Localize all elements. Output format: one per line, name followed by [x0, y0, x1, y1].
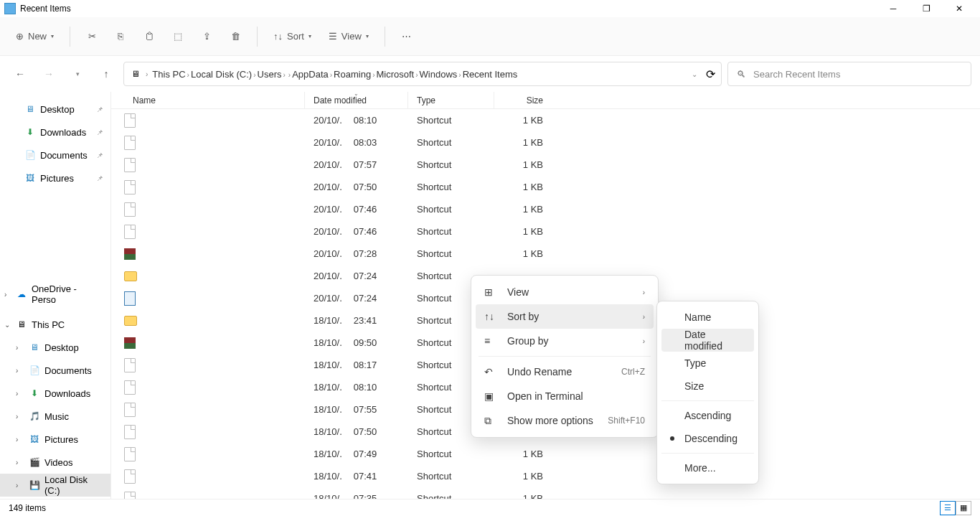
chevron-right-icon[interactable]: › — [372, 71, 374, 79]
back-button[interactable]: ← — [9, 62, 32, 85]
pin-icon[interactable]: 📌︎ — [96, 128, 103, 136]
close-button[interactable]: ✕ — [943, 0, 976, 17]
sort-icon: ↑↓ — [273, 31, 283, 42]
column-name[interactable]: Name — [111, 92, 305, 108]
recent-dropdown[interactable]: ▾ — [66, 62, 89, 85]
chevron-right-icon[interactable]: › — [16, 459, 18, 466]
more-button[interactable]: ⋯ — [394, 25, 420, 48]
minimize-button[interactable]: ─ — [877, 0, 910, 17]
sidebar-item-pictures[interactable]: ›🖼Pictures — [0, 428, 110, 451]
file-row[interactable]: 18/10/.07:35Shortcut1 KB — [111, 487, 980, 499]
chevron-right-icon: › — [643, 337, 645, 345]
chevron-right-icon[interactable]: › — [16, 436, 18, 444]
breadcrumb-segment[interactable]: Local Disk (C:) — [191, 69, 252, 80]
sidebar-item-music[interactable]: ›🎵Music — [0, 405, 110, 428]
chevron-right-icon[interactable]: › — [253, 71, 255, 79]
menu-item-undo-rename[interactable]: ↶Undo RenameCtrl+Z — [476, 360, 654, 384]
file-row[interactable]: 20/10/.07:28Shortcut1 KB — [111, 243, 980, 265]
breadcrumb-segment[interactable]: Roaming — [334, 69, 371, 80]
sidebar-item-desktop[interactable]: ›🖥︎Desktop — [0, 336, 110, 359]
chevron-right-icon[interactable]: › — [330, 71, 332, 79]
maximize-button[interactable]: ❐ — [910, 0, 943, 17]
chevron-right-icon[interactable]: › — [16, 344, 18, 352]
navigation-pane[interactable]: 🖥︎Desktop📌︎⬇Downloads📌︎📄Documents📌︎🖼Pict… — [0, 92, 111, 499]
paste-button[interactable]: 📋︎ — [136, 25, 162, 48]
sidebar-quick-desktop[interactable]: 🖥︎Desktop📌︎ — [0, 98, 110, 121]
file-row[interactable]: 20/10/.08:10Shortcut1 KB — [111, 109, 980, 131]
chevron-right-icon[interactable]: › — [288, 71, 291, 79]
menu-item-open-in-terminal[interactable]: ▣Open in Terminal — [476, 384, 654, 408]
breadcrumb-segment[interactable]: This PC — [152, 69, 185, 80]
submenu-item-date-modified[interactable]: Date modified — [661, 329, 754, 352]
menu-item-view[interactable]: ⊞View› — [476, 280, 654, 304]
submenu-item-name[interactable]: Name — [661, 306, 754, 329]
details-view-button[interactable]: ☰ — [940, 501, 956, 515]
column-type[interactable]: Type — [408, 92, 494, 108]
cut-button[interactable]: ✂ — [79, 25, 105, 48]
chevron-right-icon[interactable]: › — [415, 71, 418, 79]
breadcrumb-segment[interactable]: Recent Items — [463, 69, 518, 80]
submenu-item-type[interactable]: Type — [661, 352, 754, 375]
file-row[interactable]: 20/10/.07:57Shortcut1 KB — [111, 154, 980, 176]
rename-button[interactable]: ⬚ — [165, 25, 191, 48]
breadcrumb-segment[interactable]: Windows — [420, 69, 458, 80]
column-date[interactable]: ⌄Date modified — [305, 92, 408, 108]
pin-icon[interactable]: 📌︎ — [96, 151, 103, 159]
sidebar-item-documents[interactable]: ›📄Documents — [0, 359, 110, 382]
chevron-right-icon[interactable]: › — [187, 71, 189, 79]
column-size[interactable]: Size — [494, 92, 552, 108]
search-box[interactable]: 🔍︎ Search Recent Items — [727, 62, 971, 86]
file-row[interactable]: 18/10/.07:41Shortcut1 KB — [111, 465, 980, 487]
menu-item-show-more-options[interactable]: ⧉Show more optionsShift+F10 — [476, 408, 654, 433]
menu-item-group-by[interactable]: ≡Group by› — [476, 329, 654, 353]
up-button[interactable]: ↑ — [95, 62, 118, 85]
delete-button[interactable]: 🗑︎ — [222, 25, 248, 48]
submenu-item-size[interactable]: Size — [661, 375, 754, 398]
address-bar[interactable]: 🖥︎ › This PC›Local Disk (C:)›Users››AppD… — [123, 62, 722, 86]
breadcrumb-segment[interactable]: Microsoft — [376, 69, 414, 80]
sidebar-quick-pictures[interactable]: 🖼Pictures📌︎ — [0, 166, 110, 189]
copy-button[interactable]: ⎘ — [108, 25, 133, 48]
submenu-item-ascending[interactable]: Ascending — [661, 404, 754, 427]
forward-button[interactable]: → — [37, 62, 60, 85]
chevron-down-icon[interactable]: ⌄ — [4, 321, 10, 329]
submenu-item-descending[interactable]: Descending — [661, 427, 754, 450]
large-icons-view-button[interactable]: ▦ — [956, 501, 971, 515]
sidebar-item-downloads[interactable]: ›⬇Downloads — [0, 382, 110, 405]
share-button[interactable]: ⇪ — [194, 25, 220, 48]
chevron-right-icon[interactable]: › — [16, 413, 18, 421]
chevron-right-icon[interactable]: › — [16, 367, 18, 375]
chevron-right-icon[interactable]: › — [16, 390, 18, 398]
folder-icon: 🖼 — [24, 172, 36, 184]
file-row[interactable]: 20/10/.07:46Shortcut1 KB — [111, 220, 980, 243]
chevron-right-icon[interactable]: › — [4, 291, 6, 299]
sidebar-quick-documents[interactable]: 📄Documents📌︎ — [0, 144, 110, 166]
file-row[interactable]: 20/10/.07:46Shortcut1 KB — [111, 198, 980, 220]
breadcrumb-segment[interactable]: AppData — [292, 69, 329, 80]
window-icon — [4, 3, 16, 14]
file-row[interactable]: 20/10/.07:50Shortcut1 KB — [111, 176, 980, 198]
chevron-right-icon[interactable]: › — [458, 71, 461, 79]
pin-icon[interactable]: 📌︎ — [96, 105, 103, 113]
ellipsis-icon: ⋯ — [402, 31, 411, 42]
chevron-right-icon[interactable]: › — [283, 71, 285, 79]
new-button[interactable]: ⊕ New ▾ — [9, 25, 61, 48]
sort-button[interactable]: ↑↓ Sort ▾ — [266, 25, 319, 48]
pin-icon[interactable]: 📌︎ — [96, 174, 103, 182]
menu-item-sort-by[interactable]: ↑↓Sort by› — [476, 304, 654, 329]
refresh-button[interactable]: ⟳ — [706, 67, 715, 81]
sidebar-onedrive[interactable]: › ☁ OneDrive - Perso — [0, 283, 110, 306]
chevron-right-icon[interactable]: › — [16, 482, 18, 489]
sidebar-this-pc[interactable]: ⌄ 🖥︎ This PC — [0, 313, 110, 336]
view-button[interactable]: ☰ View ▾ — [321, 25, 376, 48]
sidebar-item-videos[interactable]: ›🎬Videos — [0, 451, 110, 474]
sidebar-item-local-disk--c--[interactable]: ›💾Local Disk (C:) — [0, 474, 110, 497]
sidebar-quick-downloads[interactable]: ⬇Downloads📌︎ — [0, 121, 110, 144]
folder-icon: 🖼 — [29, 433, 40, 445]
file-row[interactable]: 20/10/.08:03Shortcut1 KB — [111, 131, 980, 154]
app-icon — [124, 248, 136, 260]
chevron-down-icon[interactable]: ⌄ — [692, 70, 697, 78]
submenu-item-more-[interactable]: More... — [661, 456, 754, 479]
breadcrumb-segment[interactable]: Users — [258, 69, 282, 80]
file-row[interactable]: 18/10/.07:49Shortcut1 KB — [111, 443, 980, 465]
